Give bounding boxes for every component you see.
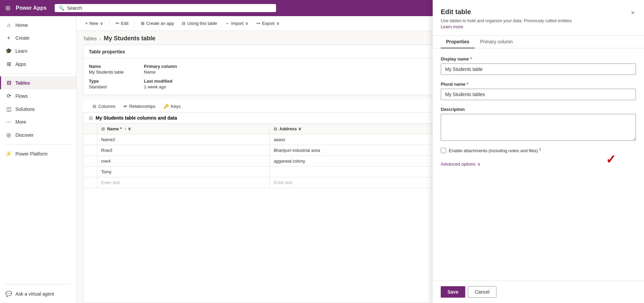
sidebar-item-flows[interactable]: ⟳ Flows — [0, 89, 76, 102]
col-address-icon: ⊟ — [274, 127, 277, 131]
data-section-title: My Students table columns and data — [96, 115, 177, 121]
plural-name-group: Plural name * — [441, 82, 636, 100]
create-icon: + — [5, 35, 12, 41]
edit-panel-tabs: Properties Primary column — [433, 36, 644, 48]
import-icon: ↔ — [225, 21, 229, 26]
toolbar-sep-2 — [135, 20, 135, 27]
edit-panel-body: Display name * Plural name * Description… — [433, 48, 644, 280]
create-app-icon: ⊞ — [141, 21, 145, 26]
export-button[interactable]: ↦ Export ∨ — [253, 19, 283, 27]
advanced-options-label: Advanced options — [441, 162, 475, 167]
learn-more-link[interactable]: Learn more — [441, 24, 463, 29]
breadcrumb-current: My Students table — [104, 35, 155, 42]
sidebar-item-create-label: Create — [15, 35, 30, 41]
sidebar-item-more[interactable]: ··· More — [0, 116, 76, 128]
sidebar-item-solutions[interactable]: ◫ Solutions — [0, 102, 76, 116]
create-app-button[interactable]: ⊞ Create an app — [138, 19, 177, 27]
more-icon: ··· — [5, 119, 12, 125]
using-table-button[interactable]: ⊟ Using this table — [178, 19, 220, 27]
data-section-icon: ⊟ — [89, 115, 93, 121]
schema-tab-columns[interactable]: ⊟ Columns — [89, 101, 119, 112]
sidebar-item-tables-label: Tables — [15, 80, 30, 86]
advanced-options-area: Advanced options ∨ — [441, 160, 636, 168]
attachments-row: Enable attachments (including notes and … — [441, 147, 636, 153]
sidebar: ⌂ Home + Create 🎓 Learn ⊞ Apps ⊟ Tables … — [0, 16, 76, 303]
create-app-label: Create an app — [146, 21, 174, 26]
sidebar-item-power-platform-label: Power Platform — [15, 151, 48, 157]
export-chevron-icon: ∨ — [276, 21, 280, 26]
learn-icon: 🎓 — [5, 48, 12, 54]
new-label: New — [90, 21, 98, 26]
row-selector-1[interactable] — [84, 134, 97, 145]
tables-icon: ⊟ — [5, 80, 12, 86]
cell-name-2[interactable]: Row3 — [97, 145, 269, 156]
apps-icon: ⊞ — [5, 61, 12, 67]
sidebar-divider — [5, 73, 71, 74]
sidebar-item-apps[interactable]: ⊞ Apps — [0, 57, 76, 71]
sidebar-item-tables[interactable]: ⊟ Tables — [0, 76, 76, 89]
edit-panel-header: Edit table Use tables to hold and organi… — [433, 0, 644, 36]
search-icon: 🔍 — [59, 5, 64, 11]
description-input[interactable] — [441, 114, 636, 141]
sidebar-item-home[interactable]: ⌂ Home — [0, 19, 76, 32]
home-icon: ⌂ — [5, 22, 12, 28]
edit-panel-header-text: Edit table Use tables to hold and organi… — [441, 8, 572, 30]
search-box[interactable]: 🔍 — [55, 4, 276, 12]
import-button[interactable]: ↔ Import ∨ — [222, 19, 252, 27]
close-panel-button[interactable]: × — [630, 8, 636, 18]
plural-name-input[interactable] — [441, 89, 636, 100]
row-selector-3[interactable] — [84, 156, 97, 167]
save-button[interactable]: Save — [441, 286, 465, 298]
sidebar-item-discover[interactable]: ◎ Discover — [0, 128, 76, 141]
breadcrumb-parent[interactable]: Tables — [83, 36, 97, 41]
import-chevron-icon: ∨ — [245, 21, 249, 26]
edit-label: Edit — [121, 21, 128, 26]
cell-name-1[interactable]: Name2 — [97, 134, 269, 145]
prop-type-label: Type — [89, 79, 124, 84]
row-selector-enter[interactable] — [84, 177, 97, 188]
breadcrumb-separator: › — [99, 36, 101, 41]
keys-tab-label: Keys — [171, 104, 180, 109]
edit-tab-primary-column[interactable]: Primary column — [475, 36, 518, 48]
col-header-name[interactable]: ⊟ Name * ↑ ∨ — [97, 124, 269, 134]
edit-icon: ✏ — [116, 21, 119, 26]
prop-type-value: Standard — [89, 84, 124, 89]
sidebar-item-discover-label: Discover — [15, 132, 34, 138]
edit-panel-title: Edit table — [441, 8, 572, 16]
sidebar-item-learn[interactable]: 🎓 Learn — [0, 44, 76, 57]
display-name-input[interactable] — [441, 63, 636, 75]
row-selector-4[interactable] — [84, 167, 97, 177]
prop-primary-column-label: Primary column — [144, 64, 177, 69]
schema-tab-keys[interactable]: 🔑 Keys — [159, 101, 184, 112]
virtual-agent-icon: 💬 — [5, 291, 12, 297]
cell-name-3[interactable]: row4 — [97, 156, 269, 167]
sidebar-item-create[interactable]: + Create — [0, 32, 76, 44]
advanced-options-chevron-icon: ∨ — [477, 162, 481, 167]
flows-icon: ⟳ — [5, 93, 12, 99]
sidebar-divider-3 — [5, 284, 71, 285]
relationships-tab-label: Relationships — [129, 104, 155, 109]
advanced-options-button[interactable]: Advanced options ∨ — [441, 160, 481, 168]
waffle-icon[interactable]: ⊞ — [4, 3, 12, 13]
cancel-button[interactable]: Cancel — [468, 286, 497, 298]
relationships-icon: ⇌ — [123, 104, 127, 109]
edit-button[interactable]: ✏ Edit — [112, 19, 132, 27]
export-label: Export — [262, 21, 275, 26]
toolbar-sep-1 — [109, 20, 110, 27]
keys-icon: 🔑 — [163, 104, 169, 109]
prop-primary-column-value: Name — [144, 70, 177, 75]
schema-tab-relationships[interactable]: ⇌ Relationships — [119, 101, 159, 112]
columns-icon: ⊟ — [93, 104, 96, 109]
sidebar-item-virtual-agent[interactable]: 💬 Ask a virtual agent — [0, 287, 76, 300]
attachments-checkbox[interactable] — [441, 148, 446, 153]
cell-enter-name[interactable]: Enter text — [97, 177, 269, 188]
new-icon: + — [85, 21, 88, 26]
new-button[interactable]: + New ∨ — [82, 19, 107, 27]
sidebar-item-flows-label: Flows — [15, 93, 28, 99]
edit-tab-properties[interactable]: Properties — [441, 36, 475, 48]
search-input[interactable] — [67, 5, 272, 11]
sidebar-item-power-platform[interactable]: ⚡ Power Platform — [0, 147, 76, 160]
cell-name-4[interactable]: Tomy — [97, 167, 269, 177]
attachments-area: Enable attachments (including notes and … — [441, 147, 636, 153]
row-selector-2[interactable] — [84, 145, 97, 156]
